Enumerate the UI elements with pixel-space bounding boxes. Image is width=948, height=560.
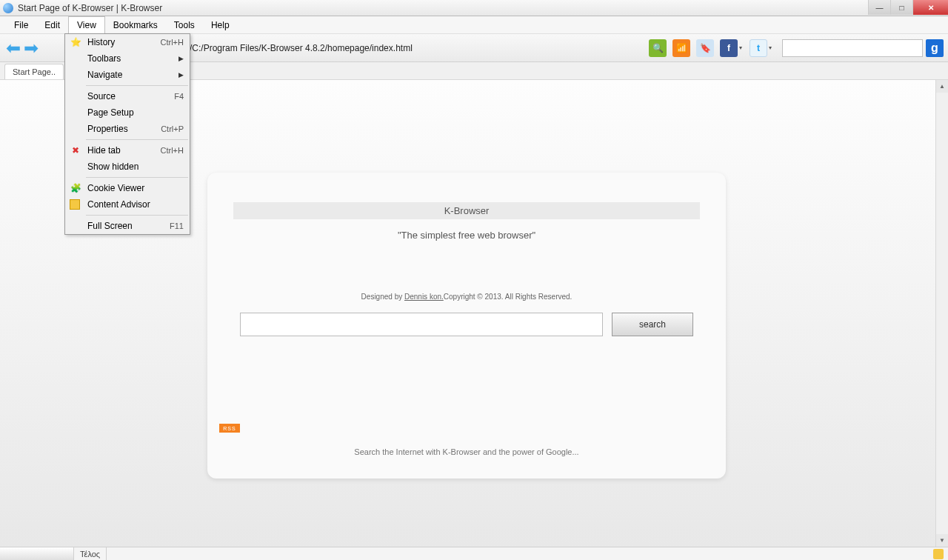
address-bar[interactable]: ile:///C:/Program Files/K-Browser 4.8.2/… <box>173 43 413 53</box>
homepage-footer-text: Search the Internet with K-Browser and t… <box>222 447 711 456</box>
menu-item-history[interactable]: ⭐ History Ctrl+H <box>65 34 190 50</box>
menu-view[interactable]: View <box>68 16 105 33</box>
menu-item-full-screen[interactable]: Full Screen F11 <box>65 218 190 234</box>
status-text: Τέλος <box>74 547 107 560</box>
search-engine-icon[interactable]: 🔍 <box>649 39 667 57</box>
close-button[interactable]: ✕ <box>912 0 948 15</box>
homepage-title: K-Browser <box>233 202 700 219</box>
menu-item-properties[interactable]: Properties Ctrl+P <box>65 121 190 137</box>
window-titlebar: Start Page of K-Browser | K-Browser — □ … <box>0 0 948 16</box>
dropdown-arrow-icon[interactable]: ▾ <box>769 44 772 51</box>
star-icon: ⭐ <box>70 36 81 48</box>
menu-file[interactable]: File <box>6 17 36 33</box>
menu-help[interactable]: Help <box>203 17 238 33</box>
menu-tools[interactable]: Tools <box>166 17 203 33</box>
rss-icon[interactable]: 📶 <box>672 39 690 57</box>
homepage-card: K-Browser "The simplest free web browser… <box>207 173 726 479</box>
homepage-search-button[interactable]: search <box>612 313 693 336</box>
submenu-arrow-icon: ▶ <box>178 55 184 62</box>
homepage-search-row: search <box>222 313 711 336</box>
menu-item-toolbars[interactable]: Toolbars ▶ <box>65 50 190 67</box>
homepage-credit: Designed by Dennis kon.Copyright © 2013.… <box>222 293 711 301</box>
scroll-up-icon[interactable]: ▲ <box>936 80 948 93</box>
menu-separator <box>86 85 188 86</box>
menu-separator <box>86 139 188 140</box>
toolbar-search-input[interactable] <box>782 39 923 57</box>
menu-item-page-setup[interactable]: Page Setup <box>65 104 190 121</box>
window-title: Start Page of K-Browser | K-Browser <box>18 3 162 13</box>
menu-separator <box>86 215 188 216</box>
homepage-search-input[interactable] <box>240 313 603 336</box>
menu-item-content-advisor[interactable]: Content Advisor <box>65 196 190 213</box>
forward-button[interactable]: ➡ <box>24 38 39 59</box>
maximize-button[interactable]: □ <box>890 0 912 15</box>
view-dropdown: ⭐ History Ctrl+H Toolbars ▶ Navigate ▶ S… <box>64 33 190 235</box>
twitter-icon[interactable]: t <box>750 39 767 57</box>
rss-badge-icon[interactable]: RSS <box>219 424 240 433</box>
bookmark-icon[interactable]: 🔖 <box>696 39 714 57</box>
app-globe-icon <box>3 3 13 13</box>
menu-bar: File Edit View Bookmarks Tools Help <box>0 16 948 34</box>
facebook-icon[interactable]: f <box>720 39 738 57</box>
vertical-scrollbar[interactable]: ▲ ▼ <box>935 80 948 547</box>
scroll-down-icon[interactable]: ▼ <box>936 534 948 547</box>
x-icon: ✖ <box>70 144 81 156</box>
menu-item-source[interactable]: Source F4 <box>65 88 190 104</box>
menu-separator <box>86 177 188 178</box>
designer-link[interactable]: Dennis kon. <box>404 293 444 301</box>
menu-item-cookie-viewer[interactable]: 🧩 Cookie Viewer <box>65 180 190 196</box>
status-segment-progress <box>0 547 74 560</box>
menu-bookmarks[interactable]: Bookmarks <box>105 17 166 33</box>
security-shield-icon[interactable] <box>933 549 944 559</box>
back-button[interactable]: ⬅ <box>6 38 21 59</box>
puzzle-icon: 🧩 <box>70 182 81 194</box>
window-controls: — □ ✕ <box>868 0 948 15</box>
menu-item-hide-tab[interactable]: ✖ Hide tab Ctrl+H <box>65 142 190 159</box>
homepage-subtitle: "The simplest free web browser" <box>222 230 711 241</box>
minimize-button[interactable]: — <box>868 0 890 15</box>
menu-item-navigate[interactable]: Navigate ▶ <box>65 67 190 83</box>
google-search-button[interactable]: g <box>926 39 944 57</box>
tab-start-page[interactable]: Start Page.. <box>4 64 64 79</box>
menu-edit[interactable]: Edit <box>36 17 68 33</box>
advisor-icon <box>70 199 80 210</box>
dropdown-arrow-icon[interactable]: ▾ <box>739 44 742 51</box>
status-bar: Τέλος <box>0 547 948 560</box>
menu-item-show-hidden[interactable]: Show hidden <box>65 159 190 175</box>
submenu-arrow-icon: ▶ <box>178 71 184 79</box>
